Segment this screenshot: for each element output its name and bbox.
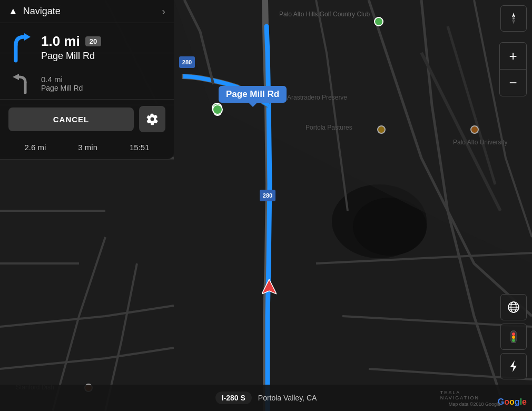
stats-row: 2.6 mi 3 min 15:51 <box>0 139 174 159</box>
secondary-street: Page Mill Rd <box>41 84 165 92</box>
current-position-marker <box>262 279 277 298</box>
map-controls-top <box>500 5 527 32</box>
speed-limit-badge: 20 <box>85 36 101 46</box>
portola-pastures-label: Portola Pastures <box>306 124 352 131</box>
travel-time: 3 min <box>78 143 97 152</box>
bottom-bar: I-280 S Portola Valley, CA TESLANAVIGATI… <box>0 385 532 411</box>
navigate-icon: ▲ <box>8 6 18 17</box>
svg-marker-15 <box>512 13 515 17</box>
navigation-panel: ▲ Navigate › 1.0 mi 20 Page Mill Rd <box>0 0 174 159</box>
nav-chevron[interactable]: › <box>162 5 165 17</box>
tesla-branding: TESLANAVIGATION <box>440 390 479 400</box>
svg-point-17 <box>513 17 515 19</box>
total-distance: 2.6 mi <box>24 143 46 152</box>
svg-point-24 <box>512 332 515 336</box>
svg-text:280: 280 <box>182 59 192 65</box>
zoom-controls: + − <box>499 42 527 96</box>
primary-street: Page Mill Rd <box>41 51 165 62</box>
action-row: CANCEL <box>0 100 174 139</box>
lightning-button[interactable] <box>500 353 527 379</box>
primary-turn-arrow <box>8 31 34 64</box>
nav-header: ▲ Navigate › <box>0 0 174 23</box>
primary-turn-info: 1.0 mi 20 Page Mill Rd <box>41 33 165 62</box>
primary-distance: 1.0 mi <box>41 33 80 50</box>
eta-time: 15:51 <box>130 143 150 152</box>
traffic-button[interactable] <box>500 324 527 350</box>
svg-marker-10 <box>262 279 277 294</box>
map-controls-bottom <box>500 294 527 379</box>
portola-marker <box>377 125 386 134</box>
cancel-button[interactable]: CANCEL <box>8 107 134 131</box>
secondary-turn-arrow <box>8 73 34 94</box>
secondary-turn: 0.4 mi Page Mill Rd <box>0 70 174 100</box>
svg-marker-27 <box>510 360 517 372</box>
zoom-in-button[interactable]: + <box>500 43 526 69</box>
nav-title: Navigate <box>23 6 61 17</box>
google-logo: Google <box>498 397 527 407</box>
primary-turn: 1.0 mi 20 Page Mill Rd <box>0 23 174 70</box>
svg-point-26 <box>512 339 515 342</box>
map-data-label: Map data ©2018 Google <box>449 402 500 407</box>
svg-marker-16 <box>512 19 515 24</box>
svg-marker-14 <box>13 74 19 80</box>
svg-rect-9 <box>213 105 222 114</box>
svg-text:280: 280 <box>263 192 272 199</box>
secondary-turn-info: 0.4 mi Page Mill Rd <box>41 75 165 92</box>
golf-club-marker <box>374 17 383 26</box>
nav-header-left: ▲ Navigate <box>8 6 61 17</box>
page-mill-map-label: Page Mill Rd <box>219 86 287 103</box>
preserve-label: Arastradero Preserve <box>287 94 347 101</box>
secondary-distance: 0.4 mi <box>41 75 165 84</box>
route-badge: I-280 S <box>215 392 252 404</box>
globe-button[interactable] <box>500 294 527 320</box>
svg-marker-12 <box>24 33 31 41</box>
palo-alto-university-label: Palo Alto University <box>453 139 507 146</box>
svg-point-25 <box>512 336 515 339</box>
university-marker <box>470 125 479 134</box>
settings-button[interactable] <box>139 106 165 132</box>
zoom-out-button[interactable]: − <box>500 70 526 96</box>
palo-alto-hills-label: Palo Alto Hills Golf Country Club <box>279 11 370 18</box>
orient-button[interactable] <box>500 5 527 32</box>
location-label: Portola Valley, CA <box>258 394 317 402</box>
